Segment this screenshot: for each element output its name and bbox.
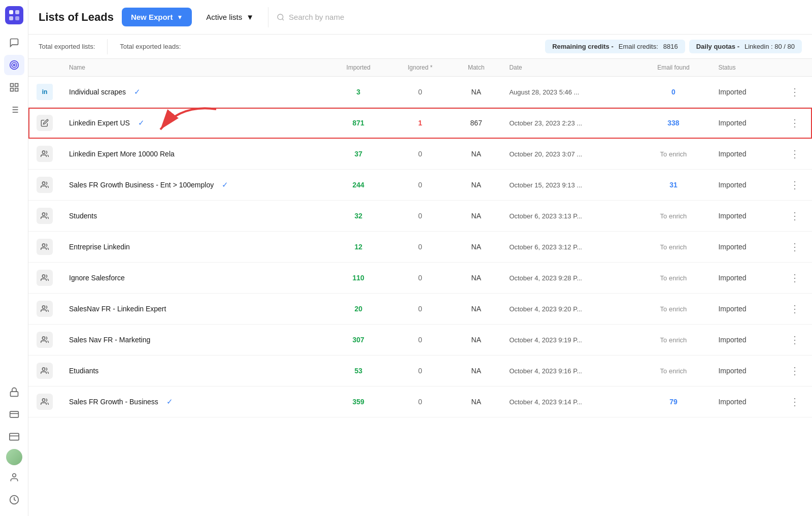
card-icon[interactable] (4, 427, 24, 447)
remaining-credits-box: Remaining credits - Email credits: 8816 (545, 40, 685, 53)
active-lists-button[interactable]: Active lists ▼ (200, 9, 260, 25)
svg-rect-18 (10, 411, 18, 417)
row-name: Sales Nav FR - Marketing (69, 336, 150, 344)
stat-divider-1 (107, 39, 108, 54)
row-name-cell: Sales FR Growth - Business✓ (61, 386, 328, 417)
row-date: October 15, 2023 9:13 ... (501, 170, 636, 201)
person-icon[interactable] (4, 467, 24, 488)
row-match: NA (451, 356, 501, 386)
more-options-button[interactable]: ⋮ (786, 84, 804, 100)
row-match: NA (451, 386, 501, 417)
svg-rect-20 (9, 433, 18, 440)
row-imported: 871 (328, 108, 389, 139)
group-icon (37, 363, 53, 379)
more-options-button[interactable]: ⋮ (786, 208, 804, 224)
row-name-cell: Linkedin Expert More 10000 Rela (61, 139, 328, 170)
row-email-found: To enrich (637, 294, 710, 325)
row-name: Individual scrapes (69, 88, 126, 96)
row-more-cell: ⋮ (777, 201, 812, 232)
row-ignored: 0 (389, 139, 452, 170)
row-email-found[interactable]: 79 (637, 386, 710, 417)
more-options-button[interactable]: ⋮ (786, 177, 804, 193)
table-row[interactable]: inIndividual scrapes✓30NAAugust 28, 2023… (28, 77, 812, 108)
row-status: Imported (710, 201, 777, 232)
table-row[interactable]: Sales Nav FR - Marketing3070NAOctober 4,… (28, 325, 812, 356)
grid-icon[interactable] (4, 77, 24, 98)
more-options-button[interactable]: ⋮ (786, 115, 804, 131)
table-body: inIndividual scrapes✓30NAAugust 28, 2023… (28, 77, 812, 417)
target-icon[interactable] (4, 55, 24, 75)
row-name: Etudiants (69, 367, 98, 375)
table-row[interactable]: Linkedin Expert More 10000 Rela370NAOcto… (28, 139, 812, 170)
verified-icon: ✓ (222, 180, 228, 189)
header: Lists of Leads New Export ▼ Active lists… (28, 0, 812, 35)
list-icon[interactable] (4, 100, 24, 120)
dropdown-chevron-icon: ▼ (246, 13, 254, 21)
svg-point-5 (12, 62, 17, 68)
more-options-button[interactable]: ⋮ (786, 146, 804, 162)
row-imported: 359 (328, 386, 389, 417)
row-email-found[interactable]: 31 (637, 170, 710, 201)
messages-icon[interactable] (4, 33, 24, 53)
row-email-found[interactable]: 338 (637, 108, 710, 139)
row-date: October 4, 2023 9:14 P... (501, 386, 636, 417)
more-options-button[interactable]: ⋮ (786, 270, 804, 286)
row-imported: 32 (328, 201, 389, 232)
avatar[interactable] (6, 449, 22, 465)
daily-quotas-label: Daily quotas - (696, 43, 739, 50)
leads-table: Name Imported Ignored * Match Date Email… (28, 59, 812, 417)
header-divider (268, 7, 268, 27)
table-row[interactable]: SalesNav FR - Linkedin Expert200NAOctobe… (28, 294, 812, 325)
table-row[interactable]: Etudiants530NAOctober 4, 2023 9:16 P...T… (28, 356, 812, 386)
more-options-button[interactable]: ⋮ (786, 363, 804, 379)
row-imported: 307 (328, 325, 389, 356)
col-header-actions (777, 59, 812, 77)
row-name-cell: Entreprise Linkedin (61, 232, 328, 263)
table-row[interactable]: Students320NAOctober 6, 2023 3:13 P...To… (28, 201, 812, 232)
row-status: Imported (710, 263, 777, 294)
row-name: Entreprise Linkedin (69, 243, 130, 251)
row-email-found[interactable]: 0 (637, 77, 710, 108)
row-status: Imported (710, 325, 777, 356)
row-date: October 4, 2023 9:28 P... (501, 263, 636, 294)
row-name-cell: Individual scrapes✓ (61, 77, 328, 108)
app-logo[interactable] (5, 6, 23, 24)
svg-rect-0 (9, 10, 13, 14)
search-box (277, 13, 439, 21)
row-match: NA (451, 325, 501, 356)
lock-icon[interactable] (4, 382, 24, 402)
row-ignored: 0 (389, 232, 452, 263)
more-options-button[interactable]: ⋮ (786, 394, 804, 410)
new-export-button[interactable]: New Export ▼ (122, 8, 192, 26)
table-row[interactable]: Sales FR Growth Business - Ent > 100empl… (28, 170, 812, 201)
clock-icon[interactable] (4, 490, 24, 510)
table-row[interactable]: Entreprise Linkedin120NAOctober 6, 2023 … (28, 232, 812, 263)
row-icon-cell (28, 232, 61, 263)
table-row[interactable]: Linkedin Expert US✓8711867October 23, 20… (28, 108, 812, 139)
row-icon-cell (28, 356, 61, 386)
more-options-button[interactable]: ⋮ (786, 332, 804, 348)
row-more-cell: ⋮ (777, 170, 812, 201)
col-header-icon (28, 59, 61, 77)
col-header-ignored: Ignored * (389, 59, 452, 77)
row-more-cell: ⋮ (777, 356, 812, 386)
chevron-down-icon: ▼ (177, 14, 183, 21)
table-row[interactable]: Ignore Salesforce1100NAOctober 4, 2023 9… (28, 263, 812, 294)
row-match: NA (451, 170, 501, 201)
more-options-button[interactable]: ⋮ (786, 239, 804, 255)
billing-icon[interactable] (4, 404, 24, 425)
table-row[interactable]: Sales FR Growth - Business✓3590NAOctober… (28, 386, 812, 417)
row-name: Linkedin Expert More 10000 Rela (69, 150, 175, 158)
search-input[interactable] (289, 13, 439, 21)
sidebar (0, 0, 28, 516)
row-ignored: 0 (389, 294, 452, 325)
more-options-button[interactable]: ⋮ (786, 301, 804, 317)
col-header-status: Status (710, 59, 777, 77)
total-exported-leads: Total exported leads: (120, 43, 193, 50)
svg-point-22 (12, 474, 16, 477)
svg-point-32 (42, 337, 45, 339)
row-date: October 4, 2023 9:19 P... (501, 325, 636, 356)
row-match: NA (451, 77, 501, 108)
row-email-found: To enrich (637, 325, 710, 356)
svg-point-30 (42, 275, 45, 277)
